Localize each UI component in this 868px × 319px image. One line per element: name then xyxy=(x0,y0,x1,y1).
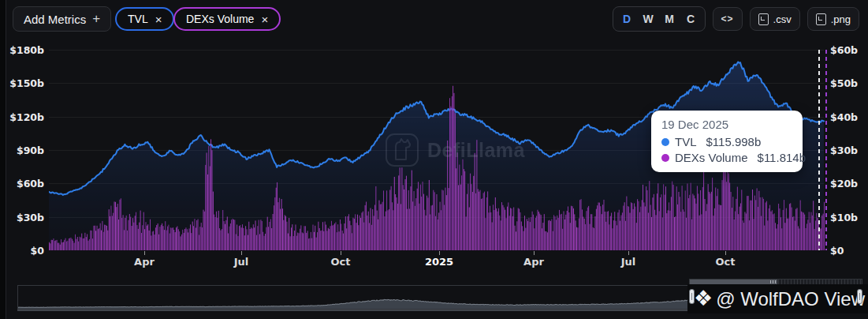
wolfdao-diamond-icon: ❖ xyxy=(694,288,713,310)
y-left-tick: $0 xyxy=(3,245,44,257)
metric-pill-tvl[interactable]: TVL × xyxy=(115,7,174,31)
metric-pill-label: TVL xyxy=(128,13,148,25)
period-button-w[interactable]: W xyxy=(638,13,659,25)
x-tick-label: Jul xyxy=(621,256,636,268)
close-icon[interactable]: × xyxy=(155,13,162,25)
tooltip-label: DEXs Volume xyxy=(675,151,748,164)
tooltip-value: $11.814b xyxy=(758,151,806,164)
navigator-left-handle[interactable] xyxy=(689,289,695,304)
y-left-tick: $60b xyxy=(3,178,44,190)
period-selector: DWMC xyxy=(613,6,706,32)
scrollbar-grip-icon xyxy=(770,280,776,283)
y-right-tick: $0 xyxy=(830,245,844,257)
navigator-right-handle[interactable] xyxy=(857,289,862,304)
x-tick-mark xyxy=(725,251,726,255)
close-icon[interactable]: × xyxy=(261,13,268,25)
tooltip-row-tvl: TVL $115.998b xyxy=(661,135,792,148)
tooltip-value: $115.998b xyxy=(706,135,762,148)
latest-data-marker-line xyxy=(825,50,827,250)
chart-tools: DWMC <> .csv .png xyxy=(613,7,859,31)
add-metrics-button[interactable]: Add Metrics + xyxy=(13,6,111,32)
crosshair-line xyxy=(818,50,820,250)
code-icon: <> xyxy=(721,13,734,24)
plus-icon: + xyxy=(92,11,100,27)
file-icon xyxy=(816,13,826,25)
x-tick-label: Jul xyxy=(234,256,249,268)
csv-label: .csv xyxy=(773,13,792,25)
x-tick-mark xyxy=(341,251,341,255)
metric-pill-label: DEXs Volume xyxy=(186,13,254,25)
tooltip-row-dexs: DEXs Volume $11.814b xyxy=(661,151,792,164)
dexs-series-dot xyxy=(661,154,669,162)
y-left-tick: $180b xyxy=(3,44,44,56)
y-left-tick: $120b xyxy=(3,111,44,122)
metric-pill-dexs-volume[interactable]: DEXs Volume × xyxy=(173,7,281,31)
period-button-m[interactable]: M xyxy=(659,13,680,25)
x-tick-label: 2025 xyxy=(425,256,453,268)
x-tick-label: Apr xyxy=(523,256,544,268)
chart-tooltip: 19 Dec 2025 TVL $115.998b DEXs Volume $1… xyxy=(651,111,803,172)
add-metrics-label: Add Metrics xyxy=(24,13,86,26)
x-tick-mark xyxy=(241,251,242,255)
defillama-chart-app: Add Metrics + TVL × DEXs Volume × DWMC <… xyxy=(0,0,868,319)
x-tick-mark xyxy=(144,251,145,255)
x-tick-label: Oct xyxy=(331,256,351,268)
embed-button[interactable]: <> xyxy=(713,7,743,31)
y-right-tick: $30b xyxy=(830,144,858,156)
y-right-tick: $60b xyxy=(830,44,858,56)
x-tick-mark xyxy=(628,251,629,255)
y-left-tick: $150b xyxy=(3,77,44,89)
y-right-tick: $10b xyxy=(830,211,858,223)
x-tick-mark xyxy=(534,251,535,255)
export-png-button[interactable]: .png xyxy=(807,7,859,31)
brand-watermark: ❖ @ WolfDAO View xyxy=(687,284,868,313)
brand-watermark-text: @ WolfDAO View xyxy=(716,288,865,310)
x-tick-label: Apr xyxy=(134,256,155,268)
y-left-tick: $30b xyxy=(3,211,44,223)
tvl-series-dot xyxy=(661,138,669,146)
png-label: .png xyxy=(831,13,851,25)
y-left-tick: $90b xyxy=(3,144,44,156)
tooltip-date: 19 Dec 2025 xyxy=(661,118,792,131)
y-right-tick: $40b xyxy=(830,111,858,122)
export-csv-button[interactable]: .csv xyxy=(750,7,800,31)
period-button-c[interactable]: C xyxy=(680,13,702,25)
file-icon xyxy=(758,13,769,25)
x-tick-label: Oct xyxy=(716,256,736,268)
period-button-d[interactable]: D xyxy=(617,13,638,25)
tooltip-label: TVL xyxy=(675,135,697,148)
y-right-tick: $50b xyxy=(830,77,858,89)
x-tick-mark xyxy=(439,251,440,255)
toolbar: Add Metrics + TVL × DEXs Volume × DWMC <… xyxy=(6,0,868,38)
y-right-tick: $20b xyxy=(830,178,858,190)
